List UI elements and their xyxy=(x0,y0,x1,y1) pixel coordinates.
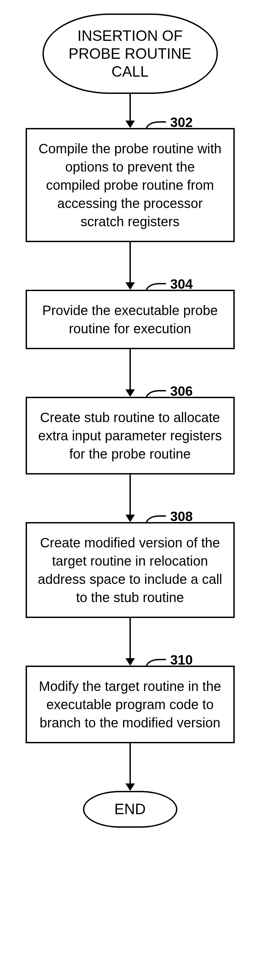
step-text: Create stub routine to allocate extra in… xyxy=(38,410,222,461)
step-310: 310 Modify the target routine in the exe… xyxy=(25,666,235,743)
arrow xyxy=(125,474,135,522)
step-text: Provide the executable probe routine for… xyxy=(42,303,217,336)
start-text: INSERTION OF PROBE ROUTINE CALL xyxy=(68,27,191,80)
step-text: Modify the target routine in the executa… xyxy=(39,679,221,730)
step-304: 304 Provide the executable probe routine… xyxy=(25,290,235,349)
arrow xyxy=(125,618,135,666)
arrow xyxy=(125,242,135,290)
arrow xyxy=(125,349,135,397)
arrow xyxy=(125,743,135,791)
step-label: 308 xyxy=(170,507,193,525)
step-308: 308 Create modified version of the targe… xyxy=(25,522,235,618)
step-306: 306 Create stub routine to allocate extr… xyxy=(25,397,235,474)
step-text: Create modified version of the target ro… xyxy=(38,535,222,605)
step-label: 310 xyxy=(170,651,193,669)
step-label: 306 xyxy=(170,382,193,400)
step-label: 304 xyxy=(170,275,193,293)
end-terminator: END xyxy=(83,791,178,828)
step-text: Compile the probe routine with options t… xyxy=(38,141,222,229)
arrow xyxy=(125,94,135,128)
start-terminator: INSERTION OF PROBE ROUTINE CALL xyxy=(43,14,218,94)
step-label: 302 xyxy=(170,113,193,131)
step-302: 302 Compile the probe routine with optio… xyxy=(25,128,235,242)
end-text: END xyxy=(114,801,146,817)
